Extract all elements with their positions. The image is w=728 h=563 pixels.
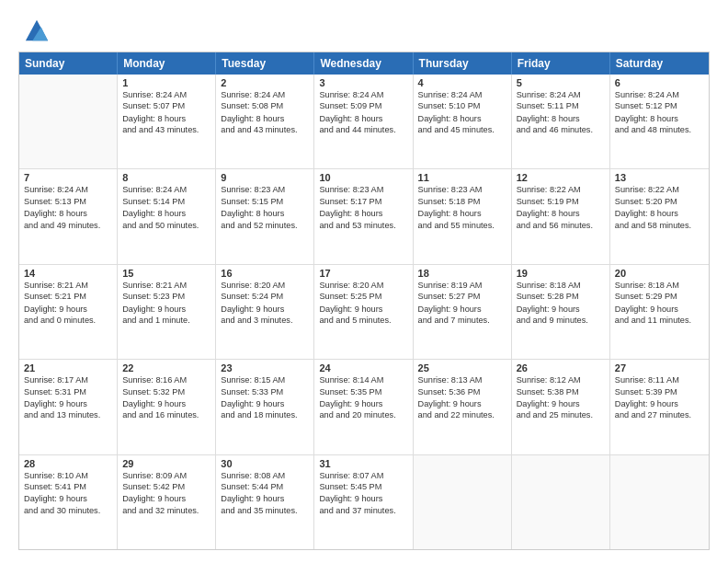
daylight-text: Daylight: 9 hours (221, 304, 309, 315)
sunset-text: Sunset: 5:07 PM (122, 100, 210, 111)
calendar-cell: 20Sunrise: 8:18 AMSunset: 5:29 PMDayligh… (610, 265, 709, 359)
calendar-cell: 1Sunrise: 8:24 AMSunset: 5:07 PMDaylight… (118, 75, 216, 168)
sunset-text: Sunset: 5:24 PM (221, 291, 309, 302)
daylight-minutes-text: and and 52 minutes. (221, 220, 309, 231)
day-number: 30 (221, 458, 309, 469)
sunrise-text: Sunrise: 8:24 AM (517, 89, 605, 100)
sunset-text: Sunset: 5:27 PM (418, 291, 506, 302)
day-number: 22 (122, 362, 210, 373)
day-number: 27 (615, 362, 704, 373)
calendar-cell: 14Sunrise: 8:21 AMSunset: 5:21 PMDayligh… (19, 265, 118, 359)
daylight-minutes-text: and and 25 minutes. (517, 409, 605, 420)
sunset-text: Sunset: 5:15 PM (221, 196, 309, 207)
sunset-text: Sunset: 5:18 PM (418, 196, 506, 207)
calendar-cell: 13Sunrise: 8:22 AMSunset: 5:20 PMDayligh… (610, 169, 709, 263)
sunset-text: Sunset: 5:23 PM (122, 291, 210, 302)
weekday-header-sunday: Sunday (19, 52, 118, 75)
weekday-header-wednesday: Wednesday (314, 52, 413, 75)
day-number: 19 (517, 268, 605, 279)
day-number: 13 (615, 172, 704, 183)
daylight-minutes-text: and and 45 minutes. (418, 124, 506, 135)
daylight-minutes-text: and and 53 minutes. (319, 220, 407, 231)
daylight-minutes-text: and and 43 minutes. (122, 124, 210, 135)
sunrise-text: Sunrise: 8:17 AM (24, 374, 112, 385)
daylight-text: Daylight: 9 hours (615, 398, 704, 409)
daylight-minutes-text: and and 35 minutes. (221, 505, 309, 516)
sunrise-text: Sunrise: 8:18 AM (517, 280, 605, 291)
sunset-text: Sunset: 5:20 PM (615, 196, 704, 207)
calendar-cell: 23Sunrise: 8:15 AMSunset: 5:33 PMDayligh… (216, 360, 314, 454)
daylight-text: Daylight: 9 hours (122, 304, 210, 315)
calendar-cell: 4Sunrise: 8:24 AMSunset: 5:10 PMDaylight… (414, 75, 512, 168)
calendar-header: SundayMondayTuesdayWednesdayThursdayFrid… (19, 52, 709, 75)
sunrise-text: Sunrise: 8:21 AM (24, 280, 112, 291)
daylight-minutes-text: and and 16 minutes. (122, 409, 210, 420)
calendar-cell: 15Sunrise: 8:21 AMSunset: 5:23 PMDayligh… (118, 265, 216, 359)
sunrise-text: Sunrise: 8:16 AM (122, 374, 210, 385)
daylight-text: Daylight: 9 hours (319, 493, 407, 504)
calendar: SundayMondayTuesdayWednesdayThursdayFrid… (18, 52, 710, 550)
sunrise-text: Sunrise: 8:20 AM (319, 280, 407, 291)
daylight-text: Daylight: 8 hours (221, 208, 309, 219)
daylight-minutes-text: and and 9 minutes. (517, 315, 605, 326)
sunset-text: Sunset: 5:35 PM (319, 386, 407, 397)
day-number: 31 (319, 458, 407, 469)
daylight-minutes-text: and and 55 minutes. (418, 220, 506, 231)
daylight-minutes-text: and and 56 minutes. (517, 220, 605, 231)
header (18, 17, 710, 42)
calendar-cell: 25Sunrise: 8:13 AMSunset: 5:36 PMDayligh… (414, 360, 512, 454)
day-number: 12 (517, 172, 605, 183)
calendar-cell: 8Sunrise: 8:24 AMSunset: 5:14 PMDaylight… (118, 169, 216, 263)
calendar-cell: 17Sunrise: 8:20 AMSunset: 5:25 PMDayligh… (314, 265, 413, 359)
sunset-text: Sunset: 5:09 PM (319, 100, 407, 111)
calendar-cell: 21Sunrise: 8:17 AMSunset: 5:31 PMDayligh… (19, 360, 118, 454)
daylight-minutes-text: and and 50 minutes. (122, 220, 210, 231)
day-number: 17 (319, 268, 407, 279)
sunrise-text: Sunrise: 8:23 AM (319, 184, 407, 195)
sunset-text: Sunset: 5:38 PM (517, 386, 605, 397)
sunrise-text: Sunrise: 8:07 AM (319, 470, 407, 481)
sunrise-text: Sunrise: 8:21 AM (122, 280, 210, 291)
daylight-minutes-text: and and 32 minutes. (122, 505, 210, 516)
day-number: 29 (122, 458, 210, 469)
daylight-minutes-text: and and 43 minutes. (221, 124, 309, 135)
daylight-minutes-text: and and 49 minutes. (24, 220, 112, 231)
daylight-text: Daylight: 8 hours (418, 208, 506, 219)
sunrise-text: Sunrise: 8:14 AM (319, 374, 407, 385)
sunrise-text: Sunrise: 8:11 AM (615, 374, 704, 385)
calendar-cell (610, 455, 709, 549)
sunrise-text: Sunrise: 8:15 AM (221, 374, 309, 385)
day-number: 21 (24, 362, 112, 373)
daylight-text: Daylight: 8 hours (221, 113, 309, 124)
sunset-text: Sunset: 5:11 PM (517, 100, 605, 111)
sunset-text: Sunset: 5:39 PM (615, 386, 704, 397)
calendar-cell: 9Sunrise: 8:23 AMSunset: 5:15 PMDaylight… (216, 169, 314, 263)
sunrise-text: Sunrise: 8:19 AM (418, 280, 506, 291)
sunset-text: Sunset: 5:08 PM (221, 100, 309, 111)
day-number: 8 (122, 172, 210, 183)
sunset-text: Sunset: 5:14 PM (122, 196, 210, 207)
calendar-cell: 2Sunrise: 8:24 AMSunset: 5:08 PMDaylight… (216, 75, 314, 168)
calendar-row-4: 21Sunrise: 8:17 AMSunset: 5:31 PMDayligh… (19, 359, 709, 454)
daylight-minutes-text: and and 7 minutes. (418, 315, 506, 326)
sunrise-text: Sunrise: 8:22 AM (517, 184, 605, 195)
daylight-minutes-text: and and 27 minutes. (615, 409, 704, 420)
sunset-text: Sunset: 5:45 PM (319, 481, 407, 492)
daylight-minutes-text: and and 37 minutes. (319, 505, 407, 516)
daylight-text: Daylight: 9 hours (24, 398, 112, 409)
weekday-header-friday: Friday (512, 52, 610, 75)
sunrise-text: Sunrise: 8:09 AM (122, 470, 210, 481)
sunrise-text: Sunrise: 8:22 AM (615, 184, 704, 195)
daylight-text: Daylight: 9 hours (418, 398, 506, 409)
daylight-minutes-text: and and 5 minutes. (319, 315, 407, 326)
daylight-minutes-text: and and 58 minutes. (615, 220, 704, 231)
sunrise-text: Sunrise: 8:24 AM (221, 89, 309, 100)
page: SundayMondayTuesdayWednesdayThursdayFrid… (0, 0, 728, 563)
daylight-text: Daylight: 9 hours (418, 304, 506, 315)
daylight-minutes-text: and and 44 minutes. (319, 124, 407, 135)
sunset-text: Sunset: 5:25 PM (319, 291, 407, 302)
sunset-text: Sunset: 5:41 PM (24, 481, 112, 492)
sunset-text: Sunset: 5:36 PM (418, 386, 506, 397)
daylight-text: Daylight: 9 hours (221, 493, 309, 504)
daylight-minutes-text: and and 1 minute. (122, 315, 210, 326)
